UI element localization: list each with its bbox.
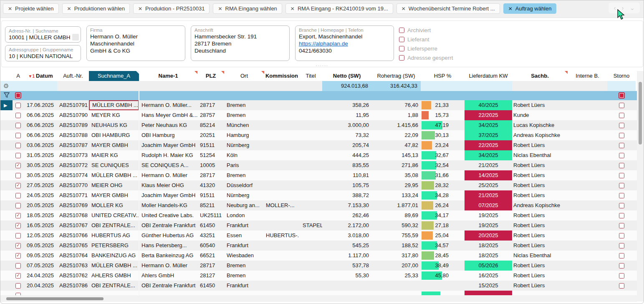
row-checkbox[interactable] bbox=[15, 143, 21, 148]
storno-checkbox[interactable] bbox=[619, 123, 624, 128]
cell-a[interactable] bbox=[13, 261, 24, 271]
cell-a[interactable] bbox=[13, 150, 24, 160]
cell-a[interactable] bbox=[13, 140, 24, 150]
cell-suchname[interactable]: HUBERTUS AG bbox=[89, 231, 139, 241]
table-row[interactable]: 27.05.2025AB2510770MEIER OHGKlaus Meier … bbox=[0, 180, 638, 190]
cell-rohertrag[interactable]: 133,24 bbox=[371, 190, 421, 200]
tab-rma-eingang-w-hlen[interactable]: ✕RMA Eingang wählen bbox=[213, 3, 282, 14]
cell-kommission[interactable]: HUBERTUS-... bbox=[264, 231, 299, 241]
cell-datum[interactable]: 06.06.2025 bbox=[24, 130, 57, 140]
cell-netto[interactable] bbox=[322, 281, 371, 291]
settings-gear-icon[interactable]: ⚙ bbox=[3, 83, 9, 89]
cell-name1[interactable]: Berta Bankeinzug AG bbox=[139, 251, 197, 261]
table-row[interactable]: 06.06.2025AB2510790MEYER KGHans Meyer Gm… bbox=[0, 110, 638, 120]
row-checkbox[interactable] bbox=[15, 253, 21, 258]
cell-auftnr[interactable]: AB2510770 bbox=[57, 180, 89, 190]
cell-titel[interactable] bbox=[299, 170, 322, 180]
cell-auftnr[interactable]: AB2510772 bbox=[57, 160, 89, 170]
column-header-titel[interactable]: Titel bbox=[299, 71, 322, 81]
cell-titel[interactable] bbox=[299, 180, 322, 190]
cell-storno[interactable] bbox=[607, 180, 636, 190]
table-row[interactable]: 31.05.2025AB2510773MAIER KGRudolph H. Ma… bbox=[0, 150, 638, 160]
cell-ort[interactable]: München bbox=[224, 120, 264, 130]
tab-close-icon[interactable]: ✕ bbox=[8, 6, 12, 12]
cell-kommission[interactable] bbox=[264, 241, 299, 251]
cell-rohertrag[interactable]: 590,32 bbox=[371, 220, 421, 231]
cell-a[interactable] bbox=[13, 231, 24, 241]
cell-auftnr[interactable]: AB2510767 bbox=[57, 220, 89, 231]
row-checkbox[interactable] bbox=[15, 213, 21, 218]
cell-auftnr[interactable]: AB2510786 bbox=[57, 281, 89, 291]
checkbox[interactable] bbox=[399, 55, 404, 61]
cell-kommission[interactable] bbox=[264, 150, 299, 160]
tab-auftrag-w-hlen[interactable]: ✕Auftrag wählen bbox=[503, 3, 557, 14]
cell-a[interactable] bbox=[13, 220, 24, 231]
cell-ort[interactable]: Essen bbox=[224, 231, 264, 241]
cell-storno[interactable] bbox=[607, 220, 636, 231]
cell-auftnr[interactable]: AB2510764 bbox=[57, 251, 89, 261]
cell-datum[interactable]: 07.05.2025 bbox=[24, 261, 57, 271]
cell-netto[interactable]: 545,25 bbox=[322, 241, 371, 251]
tab-rma-eingang-rk2410019-vom-19[interactable]: ✕RMA Eingang - RK2410019 vom 19... bbox=[285, 3, 393, 14]
cell-storno[interactable] bbox=[607, 251, 636, 261]
cell-sachb[interactable]: Robert Lüers bbox=[512, 180, 568, 190]
tab-close-icon[interactable]: ✕ bbox=[218, 6, 222, 12]
cell-auftnr[interactable]: AB2510765 bbox=[57, 241, 89, 251]
tab-close-icon[interactable]: ✕ bbox=[67, 6, 71, 12]
cell-sachb[interactable]: Robert Lüers bbox=[512, 281, 568, 291]
column-header-marker[interactable] bbox=[0, 71, 13, 81]
cell-plz[interactable]: 91511 bbox=[197, 140, 224, 150]
cell-auftnr[interactable]: AB2510763 bbox=[57, 261, 89, 271]
cell-storno[interactable] bbox=[607, 160, 636, 170]
cell-kw[interactable]: 21/2025 bbox=[465, 160, 512, 170]
cell-interne[interactable] bbox=[568, 160, 607, 170]
row-checkbox[interactable] bbox=[15, 103, 21, 108]
cell-sachb[interactable]: Robert Lüers bbox=[512, 210, 568, 220]
cell-storno[interactable] bbox=[607, 271, 636, 281]
column-header-kw[interactable]: Lieferdatum KW bbox=[465, 71, 512, 81]
homepage-link[interactable]: https://alphaplan.de bbox=[299, 41, 348, 47]
cell-kommission[interactable] bbox=[264, 271, 299, 281]
cell-suchname[interactable]: PETERSBERG bbox=[89, 241, 139, 251]
branche-field[interactable]: Branche | Homepage | Telefon Export, Mas… bbox=[295, 25, 394, 61]
storno-checkbox[interactable] bbox=[619, 163, 624, 168]
adressnr-dropdown-button[interactable] bbox=[72, 34, 79, 41]
cell-name1[interactable]: Klaus Meier OHG bbox=[139, 180, 197, 190]
cell-kommission[interactable] bbox=[264, 261, 299, 271]
cell-rohertrag[interactable]: 1.877,01 bbox=[371, 200, 421, 210]
cell-a[interactable] bbox=[13, 190, 24, 200]
cell-kw[interactable]: 07/2025 bbox=[465, 200, 512, 210]
table-row[interactable]: 06.06.2025AB2510788OBI HAMBURGOBI Hambur… bbox=[0, 130, 638, 140]
cell-a[interactable] bbox=[13, 251, 24, 261]
cell-sachb[interactable]: Robert Lüers bbox=[512, 220, 568, 231]
cell-ort[interactable]: Bremen bbox=[224, 261, 264, 271]
cell-hsp[interactable]: 23,24 bbox=[421, 140, 465, 150]
cell-datum[interactable]: 20.05.2025 bbox=[24, 200, 57, 210]
checkbox[interactable] bbox=[399, 46, 404, 51]
column-header-storno[interactable]: Storno bbox=[607, 71, 636, 81]
cell-ort[interactable]: Bremen bbox=[224, 110, 264, 120]
cell-a[interactable] bbox=[13, 130, 24, 140]
cell-kommission[interactable] bbox=[264, 170, 299, 180]
cell-kw[interactable]: 25/2025 bbox=[465, 180, 512, 190]
column-header-rohertrag[interactable]: Rohertrag (SW) bbox=[371, 71, 421, 81]
table-row[interactable]: 06.06.2025AB2510789NEUHAUS KGPeter Neuha… bbox=[0, 120, 638, 130]
cell-interne[interactable] bbox=[568, 180, 607, 190]
cell-hsp[interactable]: 47,19 bbox=[421, 120, 465, 130]
cell-hsp[interactable]: 38,49 bbox=[421, 261, 465, 271]
cell-interne[interactable] bbox=[568, 251, 607, 261]
cell-rohertrag[interactable]: 35,08 bbox=[371, 170, 421, 180]
cell-datum[interactable]: 31.05.2025 bbox=[24, 150, 57, 160]
cell-auftnr[interactable]: AB2510774 bbox=[57, 170, 89, 180]
cell-hsp[interactable]: 31,66 bbox=[421, 170, 465, 180]
cell-ort[interactable]: Hamburg bbox=[224, 130, 264, 140]
cell-plz[interactable]: 41320 bbox=[197, 180, 224, 190]
row-checkbox[interactable] bbox=[15, 243, 21, 248]
cell-datum[interactable]: 18.05.2025 bbox=[24, 210, 57, 220]
cell-ort[interactable]: Köln bbox=[224, 150, 264, 160]
cell-titel[interactable] bbox=[299, 130, 322, 140]
cell-plz[interactable]: 28717 bbox=[197, 261, 224, 271]
cell-interne[interactable] bbox=[568, 100, 607, 110]
horizontal-scrollbar-thumb[interactable] bbox=[6, 297, 104, 300]
cell-sachb[interactable]: Robert Lüers bbox=[512, 170, 568, 180]
